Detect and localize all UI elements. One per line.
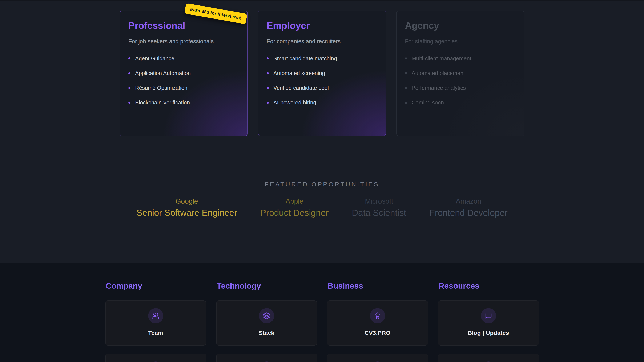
bullet-icon [267,102,269,104]
plan-feature-list: Agent Guidance Application Automation Ré… [128,55,239,106]
plan-feature: Verified candidate pool [267,85,377,91]
plan-title: Professional [128,20,239,31]
job-title: Frontend Developer [430,207,508,218]
plan-feature: Performance analytics [405,85,516,91]
footer-column-company: Company Team [106,282,206,362]
plans-section: Professional For job seekers and profess… [0,1,644,156]
job-company: Google [136,197,237,205]
footer-heading: Technology [217,282,317,290]
plans-row: Professional For job seekers and profess… [0,1,644,136]
featured-opportunities-section: FEATURED OPPORTUNITIES Google Senior Sof… [0,156,644,240]
footer-column-technology: Technology Stack [216,282,317,362]
plan-feature: AI-powered hiring [267,99,377,106]
featured-jobs-carousel: Google Senior Software Engineer Apple Pr… [0,197,644,218]
plan-feature-list: Multi-client management Automated placem… [405,55,516,106]
featured-job-amazon[interactable]: Amazon Frontend Developer [430,197,508,218]
featured-job-apple[interactable]: Apple Product Designer [260,197,329,218]
landing-page: Professional For job seekers and profess… [0,0,644,362]
footer-card-label: Blog | Updates [468,330,509,336]
plan-feature: Multi-client management [405,55,516,62]
job-title: Data Scientist [352,207,406,218]
footer-heading: Resources [438,282,539,290]
footer-card-label: Stack [259,330,274,336]
bullet-icon [267,57,269,59]
footer-column-business: Business CV3.PRO [327,282,428,362]
bullet-icon [128,102,130,104]
plan-title: Employer [267,20,377,31]
plan-subtitle: For companies and recruiters [267,38,377,45]
bullet-icon [128,72,130,74]
plan-card-content: Agency For staffing agencies Multi-clien… [405,20,516,106]
footer-heading: Company [106,282,206,290]
plan-feature-list: Smart candidate matching Automated scree… [267,55,377,106]
plan-card-employer[interactable]: Employer For companies and recruiters Sm… [258,10,386,136]
bullet-icon [405,87,407,89]
plan-card-content: Professional For job seekers and profess… [128,20,239,106]
footer-card-partial[interactable] [327,354,428,362]
bullet-icon [267,72,269,74]
plan-feature: Coming soon... [405,99,516,106]
layers-icon [259,308,274,323]
plan-feature: Smart candidate matching [267,55,377,62]
featured-job-microsoft[interactable]: Microsoft Data Scientist [352,197,406,218]
plan-feature: Application Automation [128,70,239,76]
site-footer: Company Team Technology Stack [0,263,644,362]
plan-card-professional[interactable]: Professional For job seekers and profess… [120,10,248,136]
plan-card-content: Employer For companies and recruiters Sm… [267,20,377,106]
job-company: Apple [260,197,329,205]
job-company: Microsoft [352,197,406,205]
bullet-icon [128,87,130,89]
footer-card-stack[interactable]: Stack [216,300,317,346]
footer-heading: Business [328,282,428,290]
job-title: Senior Software Engineer [136,207,237,218]
bullet-icon [405,72,407,74]
job-company: Amazon [430,197,508,205]
footer-card-cv3pro[interactable]: CV3.PRO [327,300,428,346]
section-spacer [0,240,644,263]
bullet-icon [267,87,269,89]
plan-subtitle: For staffing agencies [405,38,516,45]
plan-card-agency: Agency For staffing agencies Multi-clien… [396,10,524,136]
footer-card-partial[interactable] [438,354,539,362]
featured-job-google[interactable]: Google Senior Software Engineer [136,197,237,218]
footer-card-team[interactable]: Team [106,300,206,346]
users-icon [148,308,163,323]
footer-card-partial[interactable] [216,354,317,362]
footer-card-label: CV3.PRO [364,330,390,336]
plan-feature: Résumé Optimization [128,85,239,91]
plan-title: Agency [405,20,516,31]
message-square-icon [481,308,496,323]
plan-feature: Automated screening [267,70,377,76]
job-title: Product Designer [260,207,329,218]
bullet-icon [128,57,130,59]
footer-card-blog-updates[interactable]: Blog | Updates [438,300,539,346]
footer-card-label: Team [148,330,163,336]
footer-card-partial[interactable] [106,354,206,362]
plan-feature: Blockchain Verification [128,99,239,106]
plan-feature: Automated placement [405,70,516,76]
footer-column-resources: Resources Blog | Updates [438,282,539,362]
bullet-icon [405,102,407,104]
bullet-icon [405,57,407,59]
plan-subtitle: For job seekers and professionals [128,38,239,45]
featured-heading: FEATURED OPPORTUNITIES [0,181,644,187]
award-icon [370,308,385,323]
plan-feature: Agent Guidance [128,55,239,62]
footer-grid: Company Team Technology Stack [106,282,539,362]
